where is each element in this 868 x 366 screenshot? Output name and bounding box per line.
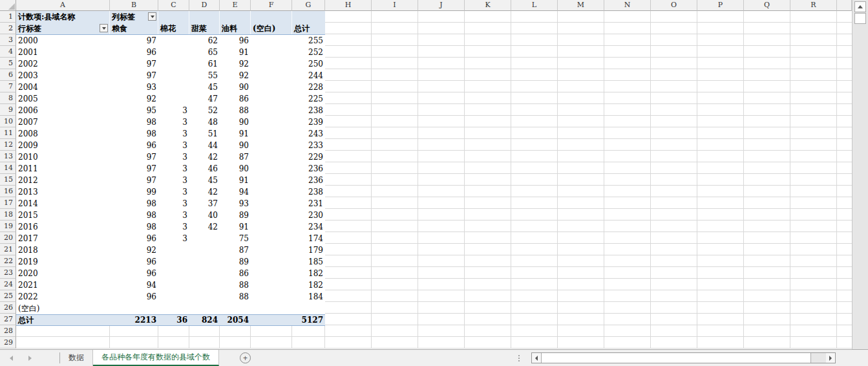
pivot-row-label[interactable]: 2022 bbox=[16, 291, 110, 303]
vertical-scroll-thumb[interactable] bbox=[854, 13, 866, 24]
pivot-value-cell[interactable]: 98 bbox=[110, 116, 158, 128]
pivot-column-labels-cell[interactable]: 列标签 bbox=[110, 11, 158, 23]
pivot-value-cell[interactable]: 3 bbox=[158, 116, 189, 128]
select-all-corner[interactable] bbox=[0, 0, 16, 11]
pivot-row-label[interactable]: 2017 bbox=[16, 233, 110, 244]
pivot-column-header[interactable]: 粮食 bbox=[110, 23, 158, 34]
pivot-value-cell[interactable]: 93 bbox=[220, 198, 251, 210]
pivot-value-cell[interactable]: 96 bbox=[110, 233, 158, 244]
pivot-value-cell[interactable] bbox=[251, 93, 292, 105]
prev-sheet-icon[interactable] bbox=[10, 356, 13, 361]
horizontal-scroll-thumb[interactable] bbox=[541, 353, 811, 363]
row-header-25[interactable]: 25 bbox=[0, 290, 16, 302]
row-header-6[interactable]: 6 bbox=[0, 69, 16, 81]
pivot-row-label[interactable]: 2007 bbox=[16, 116, 110, 128]
row-header-13[interactable]: 13 bbox=[0, 151, 16, 162]
pivot-value-cell[interactable] bbox=[251, 256, 292, 268]
pivot-value-cell[interactable]: 250 bbox=[292, 58, 325, 70]
pivot-value-cell[interactable]: 238 bbox=[292, 186, 325, 198]
pivot-value-cell[interactable] bbox=[251, 175, 292, 186]
pivot-value-cell[interactable]: 42 bbox=[189, 186, 220, 198]
pivot-value-cell[interactable] bbox=[158, 244, 189, 256]
pivot-value-cell[interactable] bbox=[158, 70, 189, 81]
pivot-row-label[interactable]: 2003 bbox=[16, 70, 110, 81]
pivot-value-cell[interactable]: 91 bbox=[220, 128, 251, 140]
sheet-tab-data[interactable]: 数据 bbox=[60, 350, 93, 366]
pivot-value-cell[interactable]: 86 bbox=[220, 93, 251, 105]
pivot-value-cell[interactable] bbox=[158, 256, 189, 268]
column-header-P[interactable]: P bbox=[697, 0, 744, 11]
pivot-value-cell[interactable]: 47 bbox=[189, 93, 220, 105]
pivot-value-cell[interactable] bbox=[220, 303, 251, 314]
pivot-value-cell[interactable] bbox=[251, 233, 292, 244]
pivot-value-cell[interactable]: 92 bbox=[220, 58, 251, 70]
pivot-row-label[interactable]: 2010 bbox=[16, 151, 110, 163]
column-header-M[interactable]: M bbox=[558, 0, 604, 11]
pivot-value-cell[interactable] bbox=[251, 291, 292, 303]
pivot-value-cell[interactable]: 99 bbox=[110, 186, 158, 198]
pivot-value-cell[interactable] bbox=[158, 303, 189, 314]
pivot-value-cell[interactable] bbox=[158, 279, 189, 291]
pivot-row-label[interactable]: 2005 bbox=[16, 93, 110, 105]
column-labels-filter-button[interactable] bbox=[148, 12, 156, 21]
row-header-22[interactable]: 22 bbox=[0, 255, 16, 267]
pivot-value-cell[interactable]: 252 bbox=[292, 47, 325, 58]
pivot-value-cell[interactable]: 97 bbox=[110, 163, 158, 175]
pivot-value-cell[interactable] bbox=[251, 303, 292, 314]
column-header-G[interactable]: G bbox=[292, 0, 325, 11]
pivot-value-cell[interactable]: 184 bbox=[292, 291, 325, 303]
pivot-value-cell[interactable] bbox=[251, 140, 292, 151]
row-header-7[interactable]: 7 bbox=[0, 81, 16, 92]
pivot-row-label[interactable]: 2006 bbox=[16, 105, 110, 116]
pivot-value-cell[interactable]: 230 bbox=[292, 210, 325, 221]
pivot-value-cell[interactable]: 98 bbox=[110, 221, 158, 233]
column-header-K[interactable]: K bbox=[465, 0, 511, 11]
pivot-value-cell[interactable] bbox=[251, 151, 292, 163]
row-header-11[interactable]: 11 bbox=[0, 127, 16, 139]
pivot-value-cell[interactable]: 87 bbox=[220, 244, 251, 256]
pivot-value-cell[interactable] bbox=[251, 198, 292, 210]
row-header-28[interactable]: 28 bbox=[0, 325, 16, 337]
pivot-value-cell[interactable]: 94 bbox=[110, 279, 158, 291]
column-header-D[interactable]: D bbox=[189, 0, 220, 11]
pivot-value-cell[interactable] bbox=[189, 303, 220, 314]
pivot-row-label[interactable]: 2013 bbox=[16, 186, 110, 198]
pivot-value-cell[interactable] bbox=[158, 291, 189, 303]
pivot-value-cell[interactable]: 62 bbox=[189, 35, 220, 47]
row-header-29[interactable]: 29 bbox=[0, 337, 16, 349]
pivot-value-cell[interactable]: 45 bbox=[189, 81, 220, 93]
column-header-B[interactable]: B bbox=[110, 0, 158, 11]
pivot-value-cell[interactable]: 93 bbox=[110, 81, 158, 93]
row-header-26[interactable]: 26 bbox=[0, 302, 16, 314]
pivot-grand-total-value[interactable]: 2213 bbox=[110, 315, 158, 325]
pivot-value-cell[interactable] bbox=[189, 256, 220, 268]
next-sheet-icon[interactable] bbox=[28, 356, 32, 361]
pivot-value-cell[interactable]: 92 bbox=[110, 244, 158, 256]
pivot-value-cell[interactable]: 3 bbox=[158, 175, 189, 186]
sheet-tab-active[interactable]: 各品种各年度有数据的县域个数 bbox=[93, 350, 219, 366]
pivot-value-cell[interactable]: 51 bbox=[189, 128, 220, 140]
pivot-value-cell[interactable]: 97 bbox=[110, 35, 158, 47]
pivot-value-cell[interactable]: 90 bbox=[220, 116, 251, 128]
row-header-17[interactable]: 17 bbox=[0, 197, 16, 209]
pivot-value-cell[interactable]: 90 bbox=[220, 163, 251, 175]
row-header-10[interactable]: 10 bbox=[0, 116, 16, 127]
pivot-value-cell[interactable]: 91 bbox=[220, 47, 251, 58]
pivot-value-cell[interactable]: 45 bbox=[189, 175, 220, 186]
pivot-value-cell[interactable] bbox=[251, 186, 292, 198]
pivot-value-cell[interactable]: 42 bbox=[189, 221, 220, 233]
pivot-row-label[interactable]: 2016 bbox=[16, 221, 110, 233]
pivot-value-cell[interactable] bbox=[251, 221, 292, 233]
column-header-J[interactable]: J bbox=[418, 0, 465, 11]
pivot-row-label[interactable]: 2000 bbox=[16, 35, 110, 47]
pivot-column-header[interactable]: (空白) bbox=[251, 23, 292, 34]
row-header-1[interactable]: 1 bbox=[0, 11, 16, 23]
column-header-I[interactable]: I bbox=[372, 0, 418, 11]
pivot-value-cell[interactable]: 96 bbox=[110, 140, 158, 151]
pivot-grand-total-value[interactable]: 36 bbox=[158, 315, 189, 325]
row-header-23[interactable]: 23 bbox=[0, 267, 16, 279]
row-header-8[interactable]: 8 bbox=[0, 92, 16, 104]
row-header-27[interactable]: 27 bbox=[0, 314, 16, 325]
pivot-value-cell[interactable] bbox=[189, 268, 220, 279]
horizontal-scroll-track[interactable] bbox=[811, 353, 826, 363]
